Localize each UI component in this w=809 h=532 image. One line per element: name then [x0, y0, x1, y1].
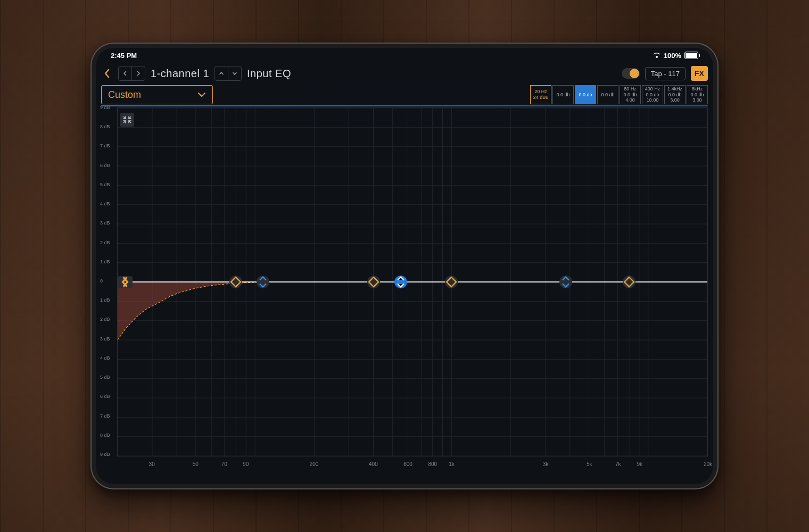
- x-tick-label: 70: [221, 461, 227, 467]
- eq-plot-area[interactable]: [117, 107, 708, 456]
- y-tick-label: 8 dB: [100, 433, 116, 438]
- tap-tempo-button[interactable]: Tap - 117: [645, 67, 686, 80]
- y-tick-label: 5 dB: [100, 375, 116, 380]
- band-selector-row: 20 Hz24 dBu0.0 db0.0 db0.0 db80 Hz0.0 db…: [530, 84, 708, 105]
- y-tick-label: 9 dB: [100, 105, 116, 110]
- y-tick-label: 6 dB: [100, 163, 116, 168]
- y-tick-label: 4 dB: [100, 355, 116, 361]
- x-tick-label: 50: [193, 461, 199, 467]
- status-time: 2:45 PM: [111, 52, 137, 60]
- eq-node-0[interactable]: [229, 276, 242, 288]
- x-axis-labels: 305070902004006008001k3k5k7k9k20k: [117, 459, 708, 469]
- x-tick-label: 20k: [704, 461, 712, 467]
- y-tick-label: 5 dB: [100, 182, 116, 187]
- battery-icon: [684, 52, 698, 59]
- eq-graph: 9 dB8 dB7 dB6 dB5 dB4 dB3 dB2 dB1 dB01 d…: [101, 107, 708, 469]
- y-tick-label: 2 dB: [100, 240, 116, 245]
- y-tick-label: 7 dB: [100, 413, 116, 419]
- next-channel-button[interactable]: [132, 66, 145, 80]
- y-tick-label: 3 dB: [100, 336, 116, 342]
- preset-dropdown[interactable]: Custom: [101, 85, 213, 104]
- y-tick-label: 4 dB: [100, 201, 116, 206]
- collapse-button[interactable]: [120, 113, 134, 127]
- status-bar: 2:45 PM 100%: [96, 48, 713, 63]
- channel-stepper: [118, 66, 145, 81]
- wifi-icon: [653, 52, 661, 59]
- x-tick-label: 90: [243, 461, 249, 467]
- band-select-5[interactable]: 400 Hz0.0 db10.00: [642, 85, 663, 104]
- x-tick-label: 800: [428, 461, 437, 467]
- y-tick-label: 1 dB: [100, 259, 116, 264]
- battery-percent: 100%: [664, 52, 681, 60]
- back-button[interactable]: [101, 65, 113, 81]
- x-tick-label: 200: [310, 461, 319, 467]
- eq-enable-toggle[interactable]: [622, 68, 640, 79]
- svg-marker-55: [447, 277, 456, 287]
- y-tick-label: 6 dB: [100, 394, 116, 399]
- fx-button[interactable]: FX: [691, 66, 708, 81]
- x-tick-label: 5k: [587, 461, 592, 467]
- top-bar: 1-channel 1 Input EQ Tap - 117 FX: [96, 63, 713, 84]
- eq-node-2[interactable]: [367, 276, 380, 288]
- chevron-down-icon: [197, 89, 206, 101]
- next-section-button[interactable]: [228, 66, 241, 80]
- svg-marker-53: [231, 277, 241, 287]
- eq-node-4[interactable]: [445, 276, 458, 288]
- y-tick-label: 1 dB: [100, 297, 116, 303]
- x-tick-label: 400: [369, 461, 378, 467]
- eq-node-5[interactable]: [559, 276, 572, 288]
- y-tick-label: 9 dB: [100, 452, 116, 457]
- hpf-edge-handle[interactable]: [118, 276, 133, 288]
- svg-marker-54: [369, 277, 378, 287]
- prev-channel-button[interactable]: [119, 66, 132, 80]
- section-stepper: [214, 66, 242, 81]
- x-tick-label: 7k: [615, 461, 621, 467]
- band-select-0[interactable]: 20 Hz24 dBu: [530, 85, 551, 104]
- y-tick-label: 8 dB: [100, 124, 116, 129]
- band-select-7[interactable]: 8kHz0.0 db3.00: [687, 85, 708, 104]
- control-bar: Custom 20 Hz24 dBu0.0 db0.0 db0.0 db80 H…: [96, 84, 713, 105]
- eq-node-6[interactable]: [623, 276, 635, 288]
- tablet-frame: 2:45 PM 100% 1-channel 1 Input EQ Tap - …: [90, 43, 719, 489]
- y-tick-label: 2 dB: [100, 317, 116, 322]
- prev-section-button[interactable]: [215, 66, 228, 80]
- app-screen: 2:45 PM 100% 1-channel 1 Input EQ Tap - …: [96, 48, 713, 484]
- x-tick-label: 9k: [637, 461, 642, 467]
- band-select-6[interactable]: 1.4kHz0.0 db3.00: [664, 85, 686, 104]
- band-select-2[interactable]: 0.0 db: [575, 85, 596, 104]
- desk-background: 2:45 PM 100% 1-channel 1 Input EQ Tap - …: [0, 0, 809, 532]
- band-select-1[interactable]: 0.0 db: [552, 85, 574, 104]
- y-tick-label: 0: [100, 278, 116, 284]
- y-tick-label: 7 dB: [100, 143, 116, 148]
- eq-node-1[interactable]: [257, 276, 269, 288]
- section-label: Input EQ: [247, 68, 291, 80]
- x-tick-label: 1k: [449, 461, 455, 467]
- x-tick-label: 30: [149, 461, 155, 467]
- x-tick-label: 3k: [543, 461, 549, 467]
- channel-label: 1-channel 1: [151, 68, 209, 80]
- band-select-3[interactable]: 0.0 db: [597, 85, 618, 104]
- y-axis-labels: 9 dB8 dB7 dB6 dB5 dB4 dB3 dB2 dB1 dB01 d…: [100, 107, 116, 454]
- x-tick-label: 600: [403, 461, 412, 467]
- preset-label: Custom: [108, 89, 141, 101]
- divider: [101, 105, 708, 106]
- band-select-4[interactable]: 80 Hz0.0 db4.00: [620, 85, 641, 104]
- y-tick-label: 3 dB: [100, 220, 116, 226]
- svg-marker-56: [624, 277, 634, 287]
- status-right: 100%: [653, 52, 698, 60]
- eq-node-3[interactable]: [394, 276, 407, 288]
